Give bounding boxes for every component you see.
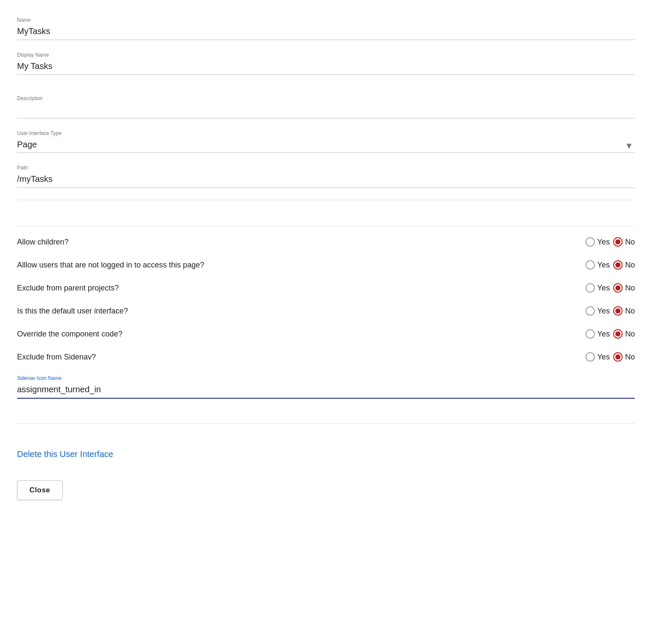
name-input[interactable] <box>17 25 635 40</box>
sidenav-icon-field-group: Sidenav Icon Name <box>17 375 635 399</box>
display-name-label: Display Name <box>17 52 635 58</box>
allow-not-logged-in-yes-radio[interactable] <box>586 260 595 270</box>
exclude-sidenav-question: Exclude from Sidenav? <box>17 353 586 362</box>
override-component-yes-option[interactable]: Yes <box>586 329 610 339</box>
sidenav-icon-input[interactable] <box>17 383 635 399</box>
allow-children-no-label: No <box>625 238 635 247</box>
allow-not-logged-in-no-radio[interactable] <box>613 260 623 270</box>
override-component-no-option[interactable]: No <box>613 329 635 339</box>
allow-not-logged-in-no-option[interactable]: No <box>613 260 635 270</box>
exclude-sidenav-yes-radio[interactable] <box>586 352 595 362</box>
close-button[interactable]: Close <box>17 480 63 500</box>
ui-type-label: User Interface Type <box>17 130 635 136</box>
path-label: Path <box>17 165 635 171</box>
default-ui-no-radio[interactable] <box>613 306 623 316</box>
exclude-parent-yes-label: Yes <box>597 284 610 293</box>
exclude-sidenav-yes-option[interactable]: Yes <box>586 352 610 362</box>
exclude-sidenav-row: Exclude from Sidenav? Yes No <box>17 345 635 368</box>
allow-not-logged-in-yes-option[interactable]: Yes <box>586 260 610 270</box>
path-field-group: Path <box>17 165 635 188</box>
exclude-parent-row: Exclude from parent projects? Yes No <box>17 276 635 299</box>
allow-children-question: Allow children? <box>17 238 586 247</box>
default-ui-options: Yes No <box>586 306 635 316</box>
override-component-yes-radio[interactable] <box>586 329 595 339</box>
exclude-sidenav-options: Yes No <box>586 352 635 362</box>
default-ui-yes-radio[interactable] <box>586 306 595 316</box>
allow-not-logged-in-question: Alllow users that are not logged in to a… <box>17 261 586 270</box>
exclude-parent-no-radio[interactable] <box>613 283 623 293</box>
description-label: Description <box>17 95 635 101</box>
sidenav-icon-label: Sidenav Icon Name <box>17 375 635 381</box>
exclude-sidenav-no-option[interactable]: No <box>613 352 635 362</box>
allow-not-logged-in-row: Alllow users that are not logged in to a… <box>17 253 635 276</box>
override-component-question: Override the component code? <box>17 330 586 339</box>
allow-children-no-option[interactable]: No <box>613 237 635 247</box>
exclude-sidenav-yes-label: Yes <box>597 353 610 362</box>
exclude-parent-yes-option[interactable]: Yes <box>586 283 610 293</box>
display-name-field-group: Display Name <box>17 52 635 75</box>
override-component-options: Yes No <box>586 329 635 339</box>
exclude-parent-question: Exclude from parent projects? <box>17 284 586 293</box>
exclude-parent-options: Yes No <box>586 283 635 293</box>
allow-children-options: Yes No <box>586 237 635 247</box>
allow-children-yes-radio[interactable] <box>586 237 595 247</box>
allow-not-logged-in-no-label: No <box>625 261 635 270</box>
options-section: Allow children? Yes No Alllow users that… <box>17 226 635 399</box>
default-ui-question: Is this the default user interface? <box>17 307 586 316</box>
ui-type-select[interactable]: Page Modal Drawer Sidebar <box>17 138 635 153</box>
override-component-row: Override the component code? Yes No <box>17 322 635 345</box>
ui-type-select-wrapper: Page Modal Drawer Sidebar ▼ <box>17 138 635 153</box>
description-input[interactable] <box>17 103 635 118</box>
name-field-group: Name <box>17 17 635 40</box>
allow-children-yes-option[interactable]: Yes <box>586 237 610 247</box>
exclude-parent-no-label: No <box>625 284 635 293</box>
description-field-group: Description <box>17 95 635 118</box>
override-component-no-label: No <box>625 330 635 339</box>
default-ui-row: Is this the default user interface? Yes … <box>17 299 635 322</box>
allow-not-logged-in-yes-label: Yes <box>597 261 610 270</box>
allow-children-yes-label: Yes <box>597 238 610 247</box>
default-ui-yes-label: Yes <box>597 307 610 316</box>
section-divider-2 <box>17 423 635 424</box>
allow-children-no-radio[interactable] <box>613 237 623 247</box>
delete-ui-link[interactable]: Delete this User Interface <box>17 449 113 459</box>
allow-children-row: Allow children? Yes No <box>17 230 635 253</box>
exclude-parent-yes-radio[interactable] <box>586 283 595 293</box>
section-divider-1 <box>17 200 635 200</box>
exclude-parent-no-option[interactable]: No <box>613 283 635 293</box>
exclude-sidenav-no-radio[interactable] <box>613 352 623 362</box>
display-name-input[interactable] <box>17 60 635 75</box>
exclude-sidenav-no-label: No <box>625 353 635 362</box>
default-ui-yes-option[interactable]: Yes <box>586 306 610 316</box>
path-input[interactable] <box>17 172 635 188</box>
default-ui-no-label: No <box>625 307 635 316</box>
override-component-no-radio[interactable] <box>613 329 623 339</box>
allow-not-logged-in-options: Yes No <box>586 260 635 270</box>
default-ui-no-option[interactable]: No <box>613 306 635 316</box>
ui-type-field-group: User Interface Type Page Modal Drawer Si… <box>17 130 635 153</box>
name-label: Name <box>17 17 635 23</box>
override-component-yes-label: Yes <box>597 330 610 339</box>
